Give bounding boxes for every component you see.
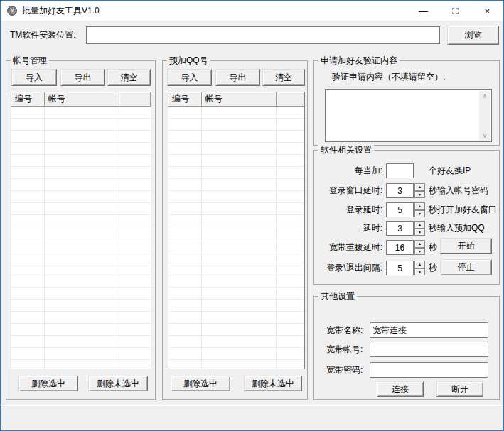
preadd-list-body[interactable] [168, 107, 304, 369]
verify-content-textarea[interactable]: ∧ ∨ [325, 89, 492, 142]
spinner-down-button[interactable]: ▼ [414, 248, 425, 256]
account-list[interactable]: 编号 帐号 [11, 92, 151, 369]
verify-content-label: 验证申请内容（不填请留空）: [332, 71, 445, 83]
broadband-account-row: 宽带帐号: [314, 342, 499, 357]
preadd-export-button[interactable]: 导出 [215, 69, 260, 86]
column-header-blank[interactable] [277, 92, 304, 107]
redial-delay-label: 宽带重拨延时: [318, 240, 382, 255]
setting-row-login-delay: 登录延时: ▲ ▼ 秒打开加好友窗口 [318, 202, 495, 218]
minimize-icon: — [419, 6, 428, 16]
account-delete-unselected-button[interactable]: 删除未选中 [88, 376, 148, 391]
spinner-up-button[interactable]: ▲ [414, 240, 425, 248]
window-controls: — × [407, 1, 503, 21]
broadband-name-label: 宽带名称: [326, 322, 363, 338]
stop-button[interactable]: 停止 [440, 259, 492, 275]
setting-row-per-add: 每当加: 个好友换IP [318, 163, 495, 179]
spinner-up-button[interactable]: ▲ [414, 183, 425, 191]
login-window-delay-spinner: ▲ ▼ [414, 183, 425, 198]
preadd-delete-selected-button[interactable]: 删除选中 [171, 376, 230, 391]
broadband-name-input[interactable] [370, 322, 488, 338]
spinner-up-button[interactable]: ▲ [414, 202, 425, 210]
broadband-password-input[interactable] [370, 362, 488, 378]
app-icon [6, 5, 18, 16]
redial-delay-spinner: ▲ ▼ [414, 240, 425, 255]
column-header-number[interactable]: 编号 [168, 92, 202, 107]
scroll-up-icon[interactable]: ∧ [479, 91, 490, 101]
login-logout-interval-suffix: 秒 [429, 261, 437, 275]
account-group-title: 帐号管理 [11, 55, 49, 65]
delay-label: 延时: [318, 221, 382, 236]
redial-delay-suffix: 秒 [429, 240, 437, 255]
maximize-button[interactable] [439, 1, 471, 21]
login-delay-input[interactable] [386, 202, 414, 217]
login-delay-label: 登录延时: [318, 202, 382, 217]
login-logout-interval-spinner: ▲ ▼ [414, 261, 425, 275]
close-button[interactable]: × [471, 1, 503, 21]
disconnect-button[interactable]: 断开 [436, 381, 483, 397]
spinner-down-button[interactable]: ▼ [414, 210, 425, 218]
redial-delay-input[interactable] [386, 240, 414, 255]
login-logout-interval-input[interactable] [386, 261, 414, 275]
bottom-divider [1, 405, 503, 406]
login-delay-spinner: ▲ ▼ [414, 202, 425, 217]
column-header-blank[interactable] [119, 92, 151, 107]
preadd-group-title: 预加QQ号 [167, 55, 210, 65]
other-settings-group: 其他设置 宽带名称: 宽带帐号: 宽带密码: 连接 断开 [313, 296, 500, 400]
account-list-body[interactable] [11, 107, 151, 369]
spinner-up-button[interactable]: ▲ [414, 221, 425, 229]
login-window-delay-input[interactable] [386, 183, 414, 198]
per-add-suffix: 个好友换IP [429, 163, 471, 178]
column-header-account[interactable]: 帐号 [202, 92, 277, 107]
broadband-password-label: 宽带密码: [326, 362, 363, 378]
delay-suffix: 秒输入预加QQ [429, 221, 485, 236]
titlebar: 批量加好友工具V1.0 — × [1, 1, 503, 21]
preadd-delete-unselected-button[interactable]: 删除未选中 [244, 376, 302, 391]
delay-spinner: ▲ ▼ [414, 221, 425, 236]
settings-group-title: 软件相关设置 [318, 145, 374, 155]
column-header-account[interactable]: 帐号 [45, 92, 119, 107]
per-add-label: 每当加: [318, 163, 382, 178]
account-clear-button[interactable]: 清空 [107, 69, 151, 86]
close-icon: × [485, 6, 490, 16]
install-path-input[interactable] [86, 26, 440, 44]
account-management-group: 帐号管理 导入 导出 清空 编号 帐号 删除选中 删除未选中 [6, 60, 156, 400]
broadband-name-row: 宽带名称: [314, 322, 499, 338]
preadd-qq-group: 预加QQ号 导入 导出 清空 编号 帐号 删除选中 删除未选中 [162, 60, 308, 400]
verify-group-title: 申请加好友验证内容 [318, 55, 400, 65]
spinner-down-button[interactable]: ▼ [414, 229, 425, 236]
spinner-down-button[interactable]: ▼ [414, 191, 425, 199]
spinner-up-button[interactable]: ▲ [414, 261, 425, 268]
verify-content-group: 申请加好友验证内容 验证申请内容（不填请留空）: ∧ ∨ [313, 60, 500, 146]
column-header-number[interactable]: 编号 [11, 92, 45, 107]
maximize-icon [452, 8, 459, 14]
minimize-button[interactable]: — [407, 1, 439, 21]
software-settings-group: 软件相关设置 每当加: 个好友换IP 登录窗口延时: ▲ ▼ 秒输入帐号密码 登… [313, 150, 500, 285]
setting-row-login-window-delay: 登录窗口延时: ▲ ▼ 秒输入帐号密码 [318, 183, 495, 199]
preadd-clear-button[interactable]: 清空 [262, 69, 305, 86]
account-delete-selected-button[interactable]: 删除选中 [18, 376, 78, 391]
start-button[interactable]: 开始 [440, 238, 492, 254]
connect-button[interactable]: 连接 [377, 381, 424, 397]
login-logout-interval-label: 登录\退出间隔: [318, 261, 382, 275]
preadd-list[interactable]: 编号 帐号 [168, 92, 305, 369]
setting-row-delay: 延时: ▲ ▼ 秒输入预加QQ [318, 221, 495, 236]
broadband-account-input[interactable] [370, 342, 488, 357]
login-delay-suffix: 秒打开加好友窗口 [429, 202, 497, 217]
app-window: 批量加好友工具V1.0 — × TM软件安装位置: 浏览 帐号管理 导入 导出 … [0, 0, 504, 431]
scroll-down-icon[interactable]: ∨ [479, 131, 490, 141]
account-list-header: 编号 帐号 [11, 92, 151, 107]
broadband-account-label: 宽带帐号: [326, 342, 363, 357]
delay-input[interactable] [386, 221, 414, 236]
preadd-list-header: 编号 帐号 [168, 92, 304, 107]
install-path-label: TM软件安装位置: [10, 26, 84, 44]
vertical-scrollbar[interactable]: ∧ ∨ [479, 91, 490, 141]
browse-button[interactable]: 浏览 [447, 26, 499, 45]
broadband-password-row: 宽带密码: [314, 362, 499, 378]
other-group-title: 其他设置 [318, 291, 357, 301]
per-add-count-input[interactable] [386, 163, 414, 178]
login-window-delay-suffix: 秒输入帐号密码 [429, 183, 488, 198]
spinner-down-button[interactable]: ▼ [414, 268, 425, 276]
preadd-import-button[interactable]: 导入 [167, 69, 212, 86]
account-import-button[interactable]: 导入 [11, 69, 57, 86]
account-export-button[interactable]: 导出 [60, 69, 105, 86]
